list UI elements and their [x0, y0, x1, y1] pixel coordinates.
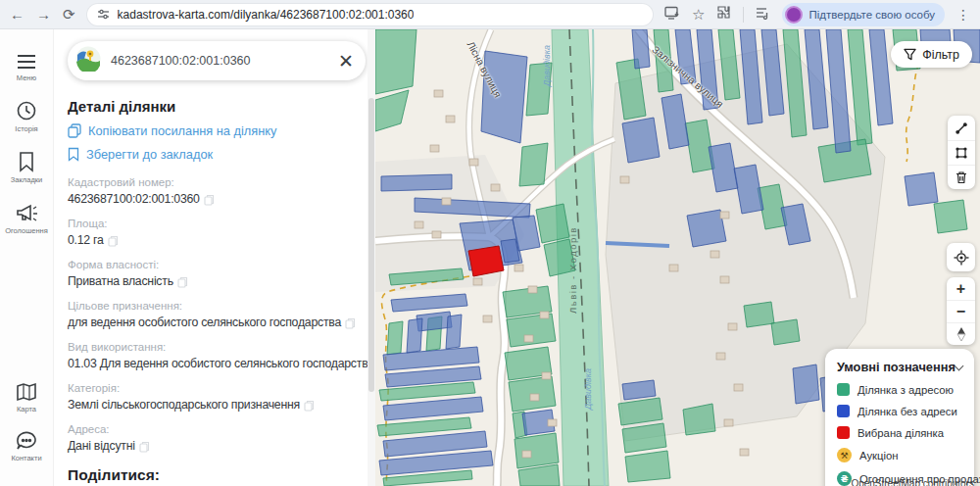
legend-item-selected: Вибрана ділянка — [837, 426, 962, 439]
delete-measurement-button[interactable] — [948, 165, 975, 189]
legend-item-auction: ⚒ Аукціон — [837, 448, 962, 462]
green-swatch — [837, 383, 850, 396]
legend-header[interactable]: Умовні позначення — [837, 360, 962, 374]
locate-me-button[interactable] — [947, 243, 975, 271]
field-list: Кадастровий номер: 4623687100:02:001:036… — [68, 175, 366, 455]
map-area[interactable]: Лісна вулиця Залізнична вулиця Львів - Х… — [375, 29, 980, 486]
sidebar-item-menu[interactable]: Меню — [16, 53, 37, 82]
measure-toolbar — [948, 116, 975, 189]
field-cadastral-number: Кадастровий номер: 4623687100:02:001:036… — [68, 175, 366, 208]
copy-value-icon[interactable] — [345, 317, 356, 329]
search-bar[interactable]: ✕ — [68, 41, 366, 80]
copy-link-icon — [68, 123, 81, 138]
field-category: Категорія: Землі сільськогосподарського … — [68, 381, 366, 413]
browser-toolbar: ← → ⟳ kadastrova-karta.com/dilyanka/4623… — [0, 0, 980, 29]
sidebar-item-label: Меню — [17, 73, 36, 82]
copy-value-icon[interactable] — [204, 194, 215, 206]
sidebar-item-announcements[interactable]: Оголошення — [5, 202, 48, 235]
close-icon[interactable]: ✕ — [338, 52, 354, 71]
search-input[interactable] — [111, 54, 328, 68]
bookmark-outline-icon — [68, 147, 79, 162]
extensions-icon[interactable] — [716, 5, 731, 24]
field-ownership: Форма власності: Приватна власність — [68, 258, 366, 290]
funnel-icon — [904, 48, 916, 61]
copy-value-icon[interactable] — [304, 400, 315, 412]
legend-title: Умовні позначення — [837, 360, 956, 374]
sidebar-item-label: Контакти — [11, 454, 41, 462]
zoom-in-button[interactable]: + — [947, 277, 975, 300]
share-title: Поділитися: — [68, 466, 366, 484]
parcel-details-panel: ✕ Деталі ділянки Копіювати посилання на … — [54, 29, 375, 486]
profile-identity-pill[interactable]: Підтвердьте свою особу — [782, 3, 945, 26]
sidebar-item-map[interactable]: Карта — [16, 382, 37, 413]
selected-parcel[interactable] — [468, 246, 504, 276]
reload-icon[interactable]: ⟳ — [63, 7, 75, 22]
back-icon[interactable]: ← — [10, 7, 24, 22]
red-swatch — [837, 426, 850, 439]
sidebar-item-label: Закладки — [11, 175, 42, 184]
install-icon[interactable] — [664, 6, 680, 24]
compass-button[interactable] — [947, 322, 975, 345]
sale-announcement-icon: ₴ — [837, 471, 852, 486]
field-address: Адреса: Дані відсутні — [68, 422, 366, 455]
field-purpose: Цільове призначення: для ведення особист… — [68, 299, 366, 331]
field-area: Площа: 0.12 га — [68, 217, 366, 249]
announcements-icon — [15, 202, 38, 223]
save-bookmark-button[interactable]: Зберегти до закладок — [68, 147, 366, 162]
contacts-icon — [16, 431, 37, 451]
copy-value-icon[interactable] — [108, 235, 119, 247]
measure-area-button[interactable] — [948, 140, 975, 165]
auction-icon: ⚒ — [837, 448, 852, 462]
forward-icon[interactable]: → — [36, 7, 51, 22]
toolbar-divider — [743, 7, 744, 23]
copy-link-button[interactable]: Копіювати посилання на ділянку — [68, 123, 366, 138]
site-settings-icon[interactable] — [97, 8, 110, 21]
address-bar[interactable]: kadastrova-karta.com/dilyanka/4623687100… — [87, 4, 653, 25]
legend-panel: Умовні позначення Ділянка з адресою Діля… — [825, 349, 974, 486]
reading-list-icon[interactable] — [756, 6, 770, 24]
zoom-controls: + − — [947, 277, 975, 345]
sidebar-item-bookmarks[interactable]: Закладки — [11, 151, 42, 184]
bookmark-star-icon[interactable]: ☆ — [692, 7, 705, 22]
blue-swatch — [837, 405, 850, 417]
copy-value-icon[interactable] — [177, 276, 188, 288]
page-title: Деталі ділянки — [68, 98, 366, 115]
zoom-out-button[interactable]: − — [947, 300, 975, 322]
save-bookmark-label: Зберегти до закладок — [86, 147, 213, 162]
filter-button[interactable]: Фільтр — [891, 41, 972, 68]
sidebar-item-history[interactable]: Історія — [15, 100, 37, 133]
sidebar-item-label: Історія — [15, 124, 37, 133]
measure-distance-button[interactable] — [948, 116, 975, 140]
sidebar-item-label: Оголошення — [5, 226, 48, 235]
legend-item-without-address: Ділянка без адреси — [837, 405, 962, 417]
site-logo — [75, 46, 101, 75]
app-sidebar: Меню Історія Закладки Оголошення Карта — [0, 29, 54, 486]
sidebar-item-contacts[interactable]: Контакти — [11, 431, 41, 462]
browser-window: ← → ⟳ kadastrova-karta.com/dilyanka/4623… — [0, 0, 980, 486]
sidebar-item-label: Карта — [17, 405, 36, 413]
panel-scrollbar[interactable] — [368, 29, 375, 486]
legend-item-with-address: Ділянка з адресою — [837, 383, 962, 396]
field-usage-type: Вид використання: 01.03 Для ведення особ… — [68, 340, 366, 372]
browser-menu-icon[interactable]: ⋮ — [956, 8, 970, 22]
history-icon — [16, 100, 37, 122]
copy-link-label: Копіювати посилання на ділянку — [88, 123, 276, 138]
bookmarks-icon — [17, 151, 36, 172]
map-icon — [16, 382, 37, 402]
copy-value-icon[interactable] — [139, 441, 150, 453]
chevron-down-icon — [955, 361, 964, 370]
profile-avatar — [785, 6, 803, 24]
map-attribution: OpenStreetMap contributors — [851, 478, 974, 486]
profile-text: Підтвердьте свою особу — [808, 9, 935, 21]
filter-label: Фільтр — [922, 48, 959, 62]
url-text[interactable]: kadastrova-karta.com/dilyanka/4623687100… — [118, 8, 415, 22]
